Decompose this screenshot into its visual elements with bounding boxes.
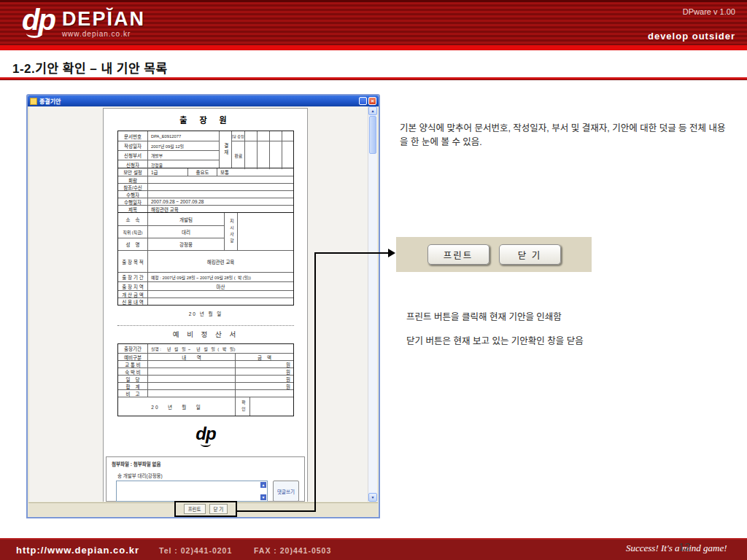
scrollbar-thumb[interactable]: [369, 116, 376, 154]
scroll-down-icon[interactable]: ▼: [260, 494, 266, 500]
settle-amount: 원: [235, 383, 293, 389]
sign-status: 완료: [232, 141, 244, 169]
person-label: 성 명: [118, 238, 147, 250]
info-value: 해킹관련 교육: [147, 206, 293, 212]
meta-row: 작성일자 2007년 09월 12일: [118, 141, 219, 150]
document-page: 출 장 원 문서번호 DPA_E0912077 작성일자 2007년 09월 1…: [103, 108, 308, 502]
close-button-large[interactable]: 닫 기: [499, 244, 561, 265]
print-button-large[interactable]: 프린트: [427, 244, 489, 265]
info-value: [147, 191, 293, 198]
attachment-label: 첨부파일 : 첨부파일 없음: [112, 460, 299, 467]
trip-value: 해킹관련 교육: [147, 251, 293, 272]
settle-amount: 원: [235, 368, 293, 375]
settle-label: 숙 박 비: [118, 368, 147, 375]
footer-slogan: Success! It's a mind game!: [626, 542, 727, 554]
person-value: 대리: [147, 226, 224, 238]
scroll-up-icon[interactable]: ▲: [260, 482, 266, 488]
person-row: 성 명 강정웅: [118, 238, 224, 250]
footer-bar: http://www.depian.co.kr Tel : 02)441-020…: [0, 538, 747, 560]
window-bottom-bar: 프린트 닫 기: [28, 502, 378, 516]
window-icon: [30, 98, 37, 105]
approval-label: 결재: [223, 143, 228, 157]
highlight-rectangle: 프린트 닫 기: [174, 501, 237, 517]
info-row: 수행일자 2007.09.28 ~ 2007.09.28: [118, 198, 293, 205]
info-row: 수행자: [118, 190, 293, 198]
meta-label: 신청부서: [118, 151, 147, 160]
info-row: 제목 해킹관련 교육: [118, 205, 293, 212]
sign-cell: [282, 141, 293, 169]
settle-row: 숙 박 비 원: [118, 368, 293, 375]
write-comment-button[interactable]: 댓글쓰기: [273, 481, 299, 502]
info-value: 보통: [217, 168, 293, 176]
close-button[interactable]: 닫 기: [209, 504, 228, 514]
callout-arrow-head: [388, 249, 395, 257]
doc-info-table: 보안 설정 1급 중요도 보통 회람 참조/수신: [117, 168, 294, 213]
meta-row: 신청부서 개발부: [118, 150, 219, 160]
dotted-divider: [117, 325, 294, 326]
window-title: 종결기안: [39, 97, 357, 105]
settle-col-header: 금 액: [235, 354, 293, 360]
directive-label: 지시사항: [229, 219, 233, 244]
person-value: 개발팀: [147, 213, 224, 225]
confirm-label: 확인: [241, 400, 245, 413]
meta-row: 문서번호 DPA_E0912077: [118, 131, 219, 141]
settle-row: 합 계 원: [118, 382, 293, 389]
title-divider: [0, 77, 747, 80]
settlement-table: 출장기간 실행 : 년 월 일 ~ 년 월 일 ( 박 일) 예비구분 내 역 …: [117, 343, 294, 416]
footer-tel: Tel : 02)441-0201: [159, 546, 232, 555]
dp-logo-text: dp: [196, 424, 215, 443]
scroll-down-icon[interactable]: ▼: [368, 493, 377, 502]
doc-header-table: 문서번호 DPA_E0912077 작성일자 2007년 09월 12일 신청부…: [117, 131, 294, 168]
approval-sign-grid: 담당 강정웅 완료: [231, 131, 293, 168]
depian-logo: dp DEPĬAN www.depian.co.kr: [22, 4, 145, 38]
slide: dp DEPĬAN www.depian.co.kr DPware v 1.00…: [0, 0, 747, 560]
slide-title: 1-2.기안 확인 – 내 기안 목록: [12, 58, 168, 77]
trip-label: 출 장 지 역: [118, 282, 147, 290]
meta-value: 개발부: [147, 151, 219, 160]
person-label: 직위 (직급): [118, 226, 147, 238]
restore-button[interactable]: [359, 97, 367, 105]
doc-dp-logo: dp: [117, 424, 294, 447]
settle-label: 일 당: [118, 376, 147, 382]
settle-value: 실행 : 년 월 일 ~ 년 월 일 ( 박 일): [147, 344, 293, 353]
trip-label: 신 용 내 역: [118, 298, 147, 305]
info-row: 회람: [118, 176, 293, 183]
comment-input[interactable]: ▲ ▼: [116, 481, 268, 502]
window-titlebar[interactable]: 종결기안 ×: [28, 96, 379, 106]
vertical-scrollbar[interactable]: ▲ ▼: [368, 106, 377, 502]
close-icon[interactable]: ×: [368, 97, 376, 105]
dp-logo-mark: dp: [22, 4, 55, 38]
callout-arrow-segment: [314, 252, 316, 512]
settle-amount: 원: [235, 361, 293, 368]
confirm-cell: 확인: [235, 397, 249, 416]
settle-header-row: 예비구분 내 역 금 액: [118, 353, 293, 360]
trip-row: 출 장 목 적 해킹관련 교육: [118, 250, 293, 272]
directive-cell: 지시사항: [225, 213, 237, 250]
scroll-up-icon[interactable]: ▲: [368, 106, 377, 115]
settle-detail: [147, 368, 235, 375]
product-version: DPware v 1.00: [683, 7, 735, 16]
document-preview-window: 종결기안 × 출 장 원 문서번호 DPA_E0912077: [26, 94, 380, 518]
logo-url: www.depian.co.kr: [62, 30, 145, 38]
person-value: 강정웅: [147, 238, 224, 250]
settle-label: 출장기간: [118, 344, 147, 353]
trip-row: 출 장 지 역 마산: [118, 281, 293, 290]
confirm-sign-cell: [249, 397, 293, 416]
print-button[interactable]: 프린트: [184, 504, 206, 514]
sign-cell: [282, 131, 293, 141]
commenter-line: 송 개발부 대리(강정웅): [117, 472, 299, 479]
window-client-area: 출 장 원 문서번호 DPA_E0912077 작성일자 2007년 09월 1…: [29, 106, 377, 502]
meta-label: 문서번호: [118, 131, 147, 141]
trip-value: [147, 298, 293, 305]
callout-arrow-segment: [237, 510, 316, 512]
settle-date-line: 20 년 월 일: [118, 397, 235, 416]
meta-value: DPA_E0912077: [147, 131, 219, 141]
info-label: 중요도: [187, 168, 217, 176]
summary-note: 기본 양식에 맞추어 문서번호, 작성일자, 부서 및 결재자, 기안에 대한 …: [400, 122, 729, 149]
footer-url: http://www.depian.co.kr: [16, 545, 139, 556]
meta-value: 2007년 09월 12일: [147, 141, 219, 150]
person-label: 소 속: [118, 213, 147, 225]
settle-col-header: 내 역: [147, 354, 235, 360]
banner-tagline: develop outsider: [648, 31, 735, 42]
settle-confirm-row: 20 년 월 일 확인: [118, 397, 293, 416]
